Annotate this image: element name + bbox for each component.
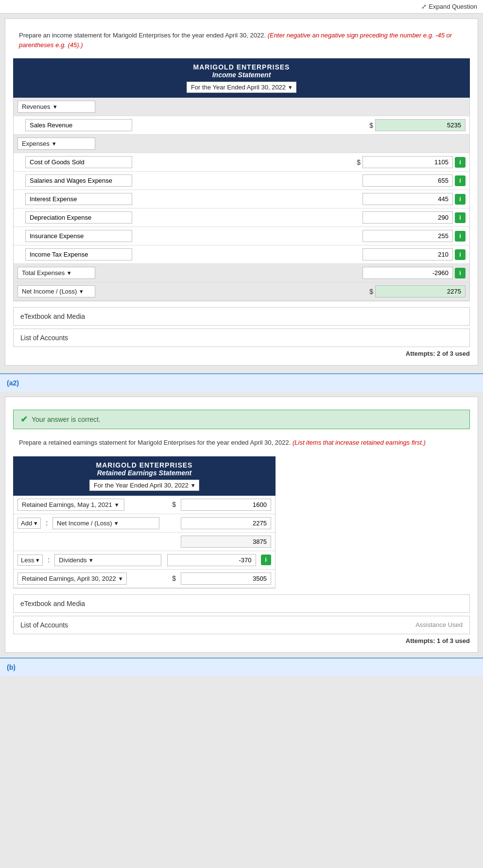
re-row5-label: Retained Earnings, April 30, 2022 [22,575,116,582]
re-row2-value-input[interactable] [181,517,271,529]
list-of-accounts-link-a1[interactable]: List of Accounts [13,329,470,347]
expenses-dropdown[interactable]: Expenses ▾ [17,138,95,150]
list-of-accounts-label-a1: List of Accounts [20,334,68,342]
total-expenses-info-button[interactable]: i [455,268,466,278]
assistance-used-a2: Assistance Used [415,621,463,628]
revenues-row: Revenues ▾ [14,98,469,116]
re-row3-value-input[interactable] [181,536,271,548]
re-row5-dropdown[interactable]: Retained Earnings, April 30, 2022 ▾ [17,573,127,585]
instructions-text: Prepare an income statement for Marigold… [19,32,266,39]
re-period-chevron: ▾ [191,482,195,489]
instructions-a2-text: Prepare a retained earnings statement fo… [19,439,291,446]
list-of-accounts-link-a2[interactable]: List of Accounts Assistance Used [13,616,470,634]
expense-value-input[interactable] [362,248,453,260]
re-row2-label: Net Income / (Loss) [57,520,112,527]
re-less-label: Less [21,556,34,564]
info-button[interactable]: i [455,157,466,168]
period-chevron-a1: ▾ [289,84,292,91]
re-period-dropdown[interactable]: For the Year Ended April 30, 2022 ▾ [89,480,199,491]
expand-question-button[interactable]: ⤢ Expand Question [421,3,477,10]
net-income-label: Net Income / (Loss) [22,288,77,295]
sales-revenue-label-input[interactable] [25,119,132,131]
re-less-dropdown[interactable]: Less ▾ [17,555,43,566]
section-a2-label: (a2) [7,379,19,387]
revenues-label: Revenues [22,103,51,110]
sales-revenue-value-input[interactable] [375,119,466,131]
instructions-a2: Prepare a retained earnings statement fo… [13,434,470,451]
re-row4-chevron: ▾ [89,556,93,564]
re-stmt-wrapper: MARIGOLD ENTERPRISES Retained Earnings S… [13,456,276,589]
expense-label-input[interactable] [25,193,132,205]
info-button[interactable]: i [455,194,466,205]
re-row5-value-input[interactable] [181,573,271,585]
expense-value-input[interactable] [362,193,453,205]
expense-value-input[interactable] [362,230,453,242]
net-income-value-input[interactable] [375,285,466,297]
re-add-chevron: ▾ [34,520,37,527]
bottom-links-a1: eTextbook and Media List of Accounts [13,307,470,347]
expense-label-input[interactable] [25,211,132,224]
re-row-1: Retained Earnings, May 1, 2021 ▾ $ [14,496,275,514]
expense-value-input[interactable] [362,156,453,168]
re-row2-chevron: ▾ [115,520,118,527]
etextbook-label-a1: eTextbook and Media [20,312,85,320]
re-add-dropdown[interactable]: Add ▾ [17,518,41,529]
etextbook-link-a1[interactable]: eTextbook and Media [13,307,470,326]
expense-label-input[interactable] [25,156,132,168]
info-button[interactable]: i [455,231,466,242]
expense-value-input[interactable] [362,211,453,224]
total-expenses-value-input[interactable] [362,267,453,279]
re-row1-chevron: ▾ [115,501,119,508]
correct-message: Your answer is correct. [32,416,101,423]
instructions-a2-red: (List items that increase retained earni… [293,439,426,446]
revenues-dropdown[interactable]: Revenues ▾ [17,101,95,113]
re-row4-dropdown[interactable]: Dividends ▾ [54,554,161,566]
correct-banner-a2: ✔ Your answer is correct. [13,410,470,429]
info-button[interactable]: i [455,212,466,223]
net-income-dropdown[interactable]: Net Income / (Loss) ▾ [17,285,95,297]
expenses-label: Expenses [22,140,50,147]
expense-label-input[interactable] [25,230,132,242]
section-a1: Prepare an income statement for Marigold… [5,18,478,365]
re-period-text: For the Year Ended April 30, 2022 [94,482,189,489]
re-row1-dropdown[interactable]: Retained Earnings, May 1, 2021 ▾ [17,499,124,511]
re-stmt-header: MARIGOLD ENTERPRISES Retained Earnings S… [13,456,276,496]
re-row1-value-input[interactable] [181,499,271,511]
total-expenses-chevron: ▾ [68,269,71,277]
total-expenses-dropdown[interactable]: Total Expenses ▾ [17,267,95,279]
re-colon-2: : [46,519,48,527]
expand-icon: ⤢ [421,3,427,10]
instructions-a1: Prepare an income statement for Marigold… [13,27,470,52]
section-a2: ✔ Your answer is correct. Prepare a reta… [5,397,478,653]
info-button[interactable]: i [455,175,466,186]
sales-revenue-row: $ [14,116,469,135]
net-income-row: Net Income / (Loss) ▾ $ [14,282,469,301]
re-company-name: MARIGOLD ENTERPRISES [21,461,268,469]
period-dropdown-a1[interactable]: For the Year Ended April 30, 2022 ▾ [187,82,296,93]
stmt-title-a1: Income Statement [21,71,462,79]
revenues-chevron: ▾ [53,103,57,110]
table-row: i [14,227,469,245]
net-income-chevron: ▾ [80,288,83,295]
re-row5-chevron: ▾ [119,575,122,582]
etextbook-link-a2[interactable]: eTextbook and Media [13,594,470,613]
re-row2-dropdown[interactable]: Net Income / (Loss) ▾ [52,517,159,529]
re-row-5: Retained Earnings, April 30, 2022 ▾ $ [14,570,275,588]
period-text-a1: For the Year Ended April 30, 2022 [191,84,286,91]
bottom-links-a2: eTextbook and Media List of Accounts Ass… [13,594,470,634]
re-row1-label: Retained Earnings, May 1, 2021 [22,501,112,508]
attempts-a2: Attempts: 1 of 3 used [13,637,470,644]
expense-label-input[interactable] [25,248,132,260]
expenses-chevron: ▾ [52,140,56,147]
re-row4-info-button[interactable]: i [261,555,272,565]
attempts-a1: Attempts: 2 of 3 used [13,350,470,357]
section-a2-divider: (a2) [0,373,483,392]
re-row5-dollar: $ [172,574,176,582]
re-row-4: Less ▾ : Dividends ▾ i [14,551,275,570]
total-expenses-label: Total Expenses [22,269,65,277]
info-button[interactable]: i [455,249,466,260]
re-row4-value-input[interactable] [167,554,256,566]
expense-label-input[interactable] [25,174,132,187]
expense-value-input[interactable] [362,174,453,187]
re-stmt-title: Retained Earnings Statement [21,469,268,477]
